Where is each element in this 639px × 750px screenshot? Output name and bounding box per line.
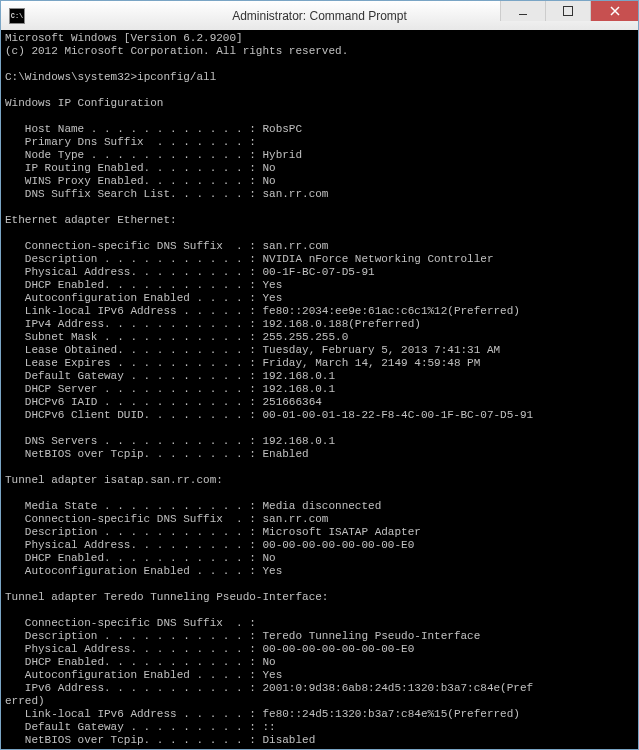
eth-subnet-value: 255.255.255.0 [262, 331, 348, 343]
eth-dhcp-srv-value: 192.168.0.1 [262, 383, 335, 395]
eth-iaid-label: DHCPv6 IAID . . . . . . . . . . . : [5, 396, 262, 408]
command-prompt-window: C:\ Administrator: Command Prompt Micros… [0, 0, 639, 750]
eth-physical-value: 00-1F-BC-07-D5-91 [262, 266, 374, 278]
teredo-physical-label: Physical Address. . . . . . . . . : [5, 643, 262, 655]
app-icon: C:\ [9, 8, 25, 24]
node-type-label: Node Type . . . . . . . . . . . . : [5, 149, 262, 161]
eth-netbios-label: NetBIOS over Tcpip. . . . . . . . : [5, 448, 262, 460]
wins-proxy-value: No [262, 175, 275, 187]
window-controls [500, 1, 638, 30]
eth-lease-obt-value: Tuesday, February 5, 2013 7:41:31 AM [262, 344, 500, 356]
eth-dhcp-en-value: Yes [262, 279, 282, 291]
eth-ll-ipv6-label: Link-local IPv6 Address . . . . . : [5, 305, 262, 317]
teredo-ipv6-value: 2001:0:9d38:6ab8:24d5:1320:b3a7:c84e(Pre… [262, 682, 533, 694]
eth-autoconf-label: Autoconfiguration Enabled . . . . : [5, 292, 262, 304]
minimize-button[interactable] [500, 1, 545, 21]
copyright-line: (c) 2012 Microsoft Corporation. All righ… [5, 45, 348, 57]
isatap-media-value: Media disconnected [262, 500, 381, 512]
eth-physical-label: Physical Address. . . . . . . . . : [5, 266, 262, 278]
eth-ipv4-value: 192.168.0.188(Preferred) [262, 318, 420, 330]
isatap-physical-value: 00-00-00-00-00-00-00-E0 [262, 539, 414, 551]
teredo-ll-ipv6-label: Link-local IPv6 Address . . . . . : [5, 708, 262, 720]
eth-gateway-label: Default Gateway . . . . . . . . . : [5, 370, 262, 382]
dns-suffix-list-label: DNS Suffix Search List. . . . . . : [5, 188, 262, 200]
wins-proxy-label: WINS Proxy Enabled. . . . . . . . : [5, 175, 262, 187]
teredo-ipv6-label: IPv6 Address. . . . . . . . . . . : [5, 682, 262, 694]
eth-lease-exp-value: Friday, March 14, 2149 4:59:48 PM [262, 357, 480, 369]
dns-suffix-list-value: san.rr.com [262, 188, 328, 200]
ethernet-header: Ethernet adapter Ethernet: [5, 214, 177, 226]
teredo-description-value: Teredo Tunneling Pseudo-Interface [262, 630, 480, 642]
isatap-conn-suffix-label: Connection-specific DNS Suffix . : [5, 513, 262, 525]
eth-ll-ipv6-value: fe80::2034:ee9e:61ac:c6c1%12(Preferred) [262, 305, 519, 317]
eth-description-value: NVIDIA nForce Networking Controller [262, 253, 493, 265]
teredo-ll-ipv6-value: fe80::24d5:1320:b3a7:c84e%15(Preferred) [262, 708, 519, 720]
eth-subnet-label: Subnet Mask . . . . . . . . . . . : [5, 331, 262, 343]
ipconfig-header: Windows IP Configuration [5, 97, 163, 109]
eth-netbios-value: Enabled [262, 448, 308, 460]
maximize-button[interactable] [545, 1, 590, 21]
isatap-media-label: Media State . . . . . . . . . . . : [5, 500, 262, 512]
ip-routing-label: IP Routing Enabled. . . . . . . . : [5, 162, 262, 174]
eth-lease-exp-label: Lease Expires . . . . . . . . . . : [5, 357, 262, 369]
teredo-header: Tunnel adapter Teredo Tunneling Pseudo-I… [5, 591, 328, 603]
eth-duid-label: DHCPv6 Client DUID. . . . . . . . : [5, 409, 262, 421]
ip-routing-value: No [262, 162, 275, 174]
prompt-command: ipconfig/all [137, 71, 216, 83]
teredo-dhcp-en-value: No [262, 656, 275, 668]
teredo-description-label: Description . . . . . . . . . . . : [5, 630, 262, 642]
teredo-autoconf-value: Yes [262, 669, 282, 681]
teredo-gateway-value: :: [262, 721, 275, 733]
close-button[interactable] [590, 1, 638, 21]
teredo-autoconf-label: Autoconfiguration Enabled . . . . : [5, 669, 262, 681]
app-icon-label: C:\ [11, 12, 24, 20]
eth-dhcp-srv-label: DHCP Server . . . . . . . . . . . : [5, 383, 262, 395]
teredo-ipv6-wrap: erred) [5, 695, 45, 707]
close-icon [610, 6, 620, 16]
isatap-dhcp-en-value: No [262, 552, 275, 564]
isatap-physical-label: Physical Address. . . . . . . . . : [5, 539, 262, 551]
isatap-header: Tunnel adapter isatap.san.rr.com: [5, 474, 223, 486]
eth-gateway-value: 192.168.0.1 [262, 370, 335, 382]
eth-dhcp-en-label: DHCP Enabled. . . . . . . . . . . : [5, 279, 262, 291]
teredo-netbios-label: NetBIOS over Tcpip. . . . . . . . : [5, 734, 262, 746]
primary-dns-label: Primary Dns Suffix . . . . . . . : [5, 136, 256, 148]
version-line: Microsoft Windows [Version 6.2.9200] [5, 32, 243, 44]
eth-autoconf-value: Yes [262, 292, 282, 304]
isatap-dhcp-en-label: DHCP Enabled. . . . . . . . . . . : [5, 552, 262, 564]
isatap-autoconf-label: Autoconfiguration Enabled . . . . : [5, 565, 262, 577]
teredo-dhcp-en-label: DHCP Enabled. . . . . . . . . . . : [5, 656, 262, 668]
eth-lease-obt-label: Lease Obtained. . . . . . . . . . : [5, 344, 262, 356]
node-type-value: Hybrid [262, 149, 302, 161]
eth-duid-value: 00-01-00-01-18-22-F8-4C-00-1F-BC-07-D5-9… [262, 409, 533, 421]
eth-ipv4-label: IPv4 Address. . . . . . . . . . . : [5, 318, 262, 330]
eth-dns-servers-label: DNS Servers . . . . . . . . . . . : [5, 435, 262, 447]
isatap-description-value: Microsoft ISATAP Adapter [262, 526, 420, 538]
eth-description-label: Description . . . . . . . . . . . : [5, 253, 262, 265]
terminal[interactable]: Microsoft Windows [Version 6.2.9200] (c)… [0, 30, 639, 750]
isatap-autoconf-value: Yes [262, 565, 282, 577]
eth-conn-suffix-label: Connection-specific DNS Suffix . : [5, 240, 262, 252]
isatap-conn-suffix-value: san.rr.com [262, 513, 328, 525]
eth-dns-servers-value: 192.168.0.1 [262, 435, 335, 447]
eth-iaid-value: 251666364 [262, 396, 321, 408]
titlebar[interactable]: C:\ Administrator: Command Prompt [0, 0, 639, 30]
host-name-label: Host Name . . . . . . . . . . . . : [5, 123, 262, 135]
prompt-path: C:\Windows\system32> [5, 71, 137, 83]
teredo-conn-suffix-label: Connection-specific DNS Suffix . : [5, 617, 256, 629]
eth-conn-suffix-value: san.rr.com [262, 240, 328, 252]
isatap-description-label: Description . . . . . . . . . . . : [5, 526, 262, 538]
host-name-value: RobsPC [262, 123, 302, 135]
teredo-physical-value: 00-00-00-00-00-00-00-E0 [262, 643, 414, 655]
teredo-netbios-value: Disabled [262, 734, 315, 746]
teredo-gateway-label: Default Gateway . . . . . . . . . : [5, 721, 262, 733]
